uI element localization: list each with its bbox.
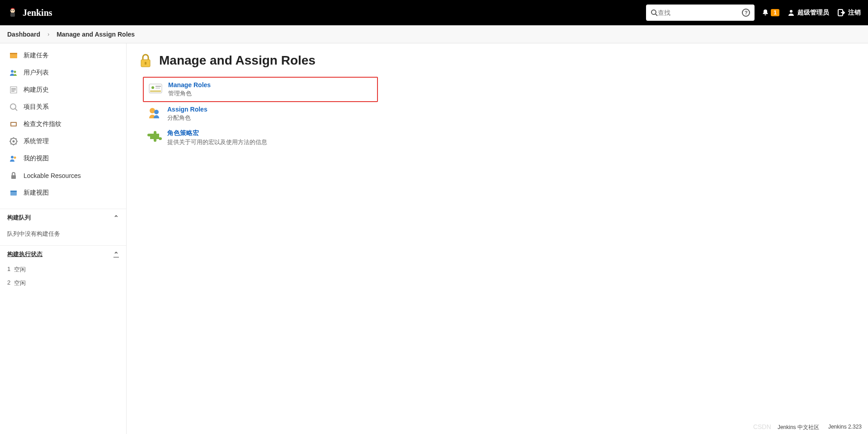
people-icon <box>9 68 18 77</box>
svg-rect-1 <box>10 13 15 17</box>
sidebar-item-lockable[interactable]: Lockable Resources <box>0 167 126 184</box>
sidebar-item-build-history[interactable]: 构建历史 <box>0 81 126 98</box>
search-icon <box>651 9 658 16</box>
history-icon <box>9 85 18 94</box>
jenkins-logo-icon <box>7 7 18 18</box>
mgmt-item-desc: 提供关于可用的宏以及使用方法的信息 <box>167 138 267 146</box>
build-queue-header[interactable]: 构建队列 ⌃ <box>0 209 126 226</box>
mgmt-item-title[interactable]: Manage Roles <box>168 81 211 89</box>
sidebar-item-label: 检查文件指纹 <box>24 120 61 128</box>
bell-icon <box>762 9 769 16</box>
search-box[interactable]: ? <box>646 5 755 21</box>
logout-label: 注销 <box>848 9 861 17</box>
mgmt-item-manage-roles[interactable]: Manage Roles 管理角色 <box>143 77 378 102</box>
executor-number: 2 <box>7 279 10 287</box>
sidebar-item-label: 用户列表 <box>24 69 49 77</box>
sidebar-item-label: 新建任务 <box>24 51 49 60</box>
svg-point-4 <box>651 10 656 14</box>
header-right: 1 超级管理员 注销 <box>762 9 861 17</box>
breadcrumb-item[interactable]: Dashboard <box>7 31 40 38</box>
executors-header[interactable]: 构建执行状态 ⌃ <box>0 245 126 263</box>
section-title: 构建执行状态 <box>7 250 42 258</box>
footer: Jenkins 中文社区 Jenkins 2.323 <box>771 421 868 434</box>
sidebar-item-new-view[interactable]: 新建视图 <box>0 184 126 201</box>
section-title: 构建队列 <box>7 214 31 222</box>
help-icon[interactable]: ? <box>742 9 750 17</box>
svg-point-10 <box>11 70 14 73</box>
sidebar-item-label: 我的视图 <box>24 154 49 163</box>
svg-point-3 <box>13 10 14 11</box>
user-menu[interactable]: 超级管理员 <box>788 9 829 17</box>
svg-rect-33 <box>150 90 161 92</box>
chevron-up-icon: ⌃ <box>113 214 119 221</box>
sidebar-item-fingerprint[interactable]: 检查文件指纹 <box>0 116 126 133</box>
footer-version: Jenkins 2.323 <box>828 424 862 431</box>
executor-row: 2 空闲 <box>0 276 126 290</box>
relation-icon <box>9 103 18 112</box>
notifications-button[interactable]: 1 <box>762 9 779 16</box>
svg-point-30 <box>151 86 154 89</box>
management-items: Manage Roles 管理角色 Assign Roles 分配角色 <box>143 77 857 150</box>
sidebar-item-label: 项目关系 <box>24 103 49 111</box>
breadcrumb: Dashboard › Manage and Assign Roles <box>0 25 868 43</box>
newview-icon <box>9 188 18 197</box>
executor-state: 空闲 <box>14 266 26 274</box>
mgmt-item-title[interactable]: 角色策略宏 <box>167 129 267 137</box>
mgmt-item-assign-roles[interactable]: Assign Roles 分配角色 <box>143 102 378 126</box>
user-name: 超级管理员 <box>797 9 829 17</box>
chevron-right-icon: › <box>47 31 49 37</box>
svg-point-22 <box>11 156 14 159</box>
id-card-icon <box>148 81 163 96</box>
user-icon <box>788 9 795 16</box>
svg-rect-32 <box>156 88 160 89</box>
svg-rect-24 <box>11 175 16 179</box>
svg-rect-28 <box>145 62 146 65</box>
brand-name: Jenkins <box>23 8 52 18</box>
mgmt-item-desc: 分配角色 <box>167 114 208 122</box>
svg-rect-26 <box>10 191 17 192</box>
svg-rect-9 <box>10 53 17 54</box>
top-header: Jenkins ? 1 超级管理员 注销 <box>0 0 868 25</box>
svg-point-21 <box>13 140 15 143</box>
sidebar-item-label: 系统管理 <box>24 137 49 145</box>
assign-roles-icon <box>147 106 162 120</box>
brand-logo[interactable]: Jenkins <box>7 7 52 18</box>
sidebar-item-people[interactable]: 用户列表 <box>0 64 126 81</box>
puzzle-icon <box>147 129 162 144</box>
executor-state: 空闲 <box>14 279 26 287</box>
new-item-icon <box>9 51 18 60</box>
svg-rect-19 <box>11 123 16 126</box>
sidebar-item-new-item[interactable]: 新建任务 <box>0 47 126 64</box>
svg-point-35 <box>154 110 159 114</box>
sidebar-item-manage[interactable]: 系统管理 <box>0 133 126 150</box>
gear-icon <box>9 137 18 146</box>
svg-line-17 <box>15 108 17 111</box>
svg-point-6 <box>790 10 793 13</box>
mgmt-item-title[interactable]: Assign Roles <box>167 106 208 113</box>
logout-icon <box>837 9 845 17</box>
sidebar: 新建任务 用户列表 构建历史 项目关系 检查文件指纹 系统管理 <box>0 43 127 434</box>
footer-community-link[interactable]: Jenkins 中文社区 <box>778 424 819 431</box>
sidebar-nav: 新建任务 用户列表 构建历史 项目关系 检查文件指纹 系统管理 <box>0 43 126 205</box>
sidebar-item-label: 新建视图 <box>24 189 49 197</box>
main-content: Manage and Assign Roles Manage Roles 管理角… <box>127 43 868 434</box>
page-title: Manage and Assign Roles <box>159 53 316 68</box>
svg-rect-31 <box>156 86 161 87</box>
sidebar-item-label: Lockable Resources <box>24 172 81 179</box>
svg-point-2 <box>11 10 12 11</box>
logout-button[interactable]: 注销 <box>837 9 861 17</box>
mgmt-item-role-macros[interactable]: 角色策略宏 提供关于可用的宏以及使用方法的信息 <box>143 126 378 150</box>
search-input[interactable] <box>658 9 742 16</box>
svg-point-11 <box>14 71 16 73</box>
svg-point-23 <box>14 157 16 159</box>
svg-line-5 <box>656 14 657 16</box>
sidebar-item-label: 构建历史 <box>24 86 49 94</box>
executor-number: 1 <box>7 266 10 274</box>
notif-badge: 1 <box>771 9 779 16</box>
mgmt-item-desc: 管理角色 <box>168 89 211 98</box>
sidebar-item-project-relation[interactable]: 项目关系 <box>0 98 126 116</box>
build-queue-empty: 队列中没有构建任务 <box>0 226 126 242</box>
lock-icon <box>137 52 154 69</box>
sidebar-item-my-views[interactable]: 我的视图 <box>0 150 126 167</box>
breadcrumb-item[interactable]: Manage and Assign Roles <box>57 31 135 38</box>
